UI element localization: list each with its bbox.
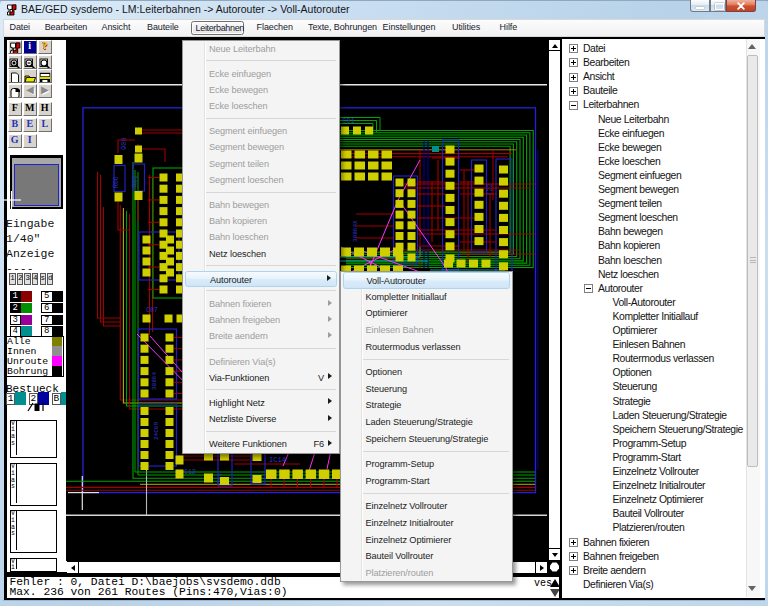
svg-text:R01: R01: [132, 175, 139, 187]
svg-text:IC14: IC14: [269, 456, 286, 464]
svg-text:C07: C07: [146, 307, 158, 314]
svg-text:C12: C12: [184, 469, 196, 476]
svg-text:C01: C01: [342, 117, 355, 125]
svg-text:R06: R06: [113, 176, 120, 188]
svg-text:38864X: 38864X: [352, 220, 359, 242]
svg-text:24C09: 24C09: [153, 422, 160, 440]
svg-text:38864: 38864: [151, 372, 158, 390]
svg-text:906: 906: [120, 137, 128, 150]
